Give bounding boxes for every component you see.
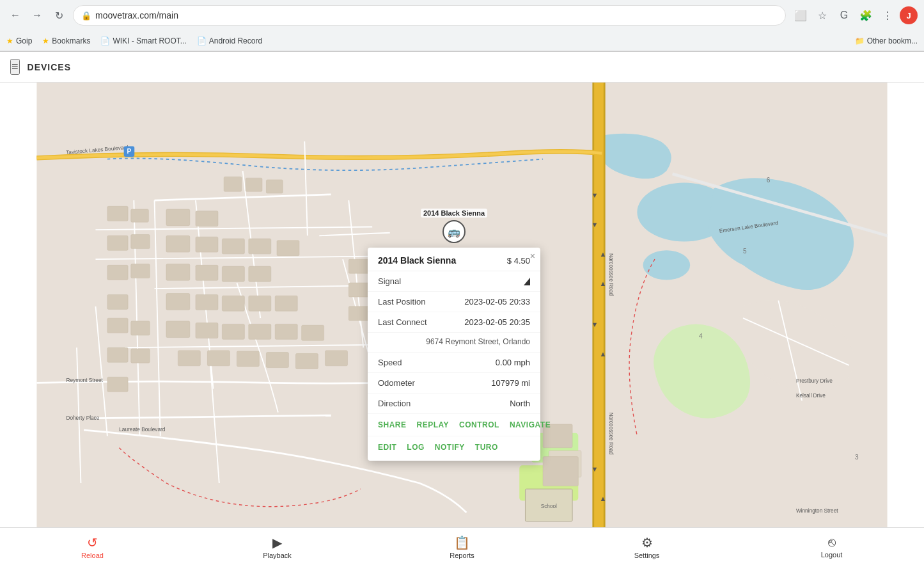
control-button[interactable]: CONTROL bbox=[459, 420, 499, 429]
settings-icon: ⚙ bbox=[641, 535, 653, 550]
bookmarks-bar: ★ Goip ★ Bookmarks 📄 WIKI - Smart ROOT..… bbox=[0, 31, 924, 51]
svg-text:Laureate Boulevard: Laureate Boulevard bbox=[119, 427, 166, 433]
svg-text:Reymont Street: Reymont Street bbox=[66, 378, 103, 383]
svg-rect-62 bbox=[302, 325, 324, 340]
svg-rect-70 bbox=[348, 283, 369, 297]
svg-text:Kelsall Drive: Kelsall Drive bbox=[796, 393, 826, 399]
app-title: DEVICES bbox=[27, 62, 71, 72]
popup-odometer-row: Odometer 107979 mi bbox=[368, 373, 540, 394]
profile-translate-button[interactable]: G bbox=[834, 6, 854, 25]
playback-button[interactable]: ▶ Playback bbox=[185, 532, 370, 562]
popup-close-button[interactable]: × bbox=[530, 251, 535, 260]
vehicle-popup: × 2014 Black Sienna $ 4.50 Signal Last P… bbox=[368, 248, 540, 461]
turo-button[interactable]: TURO bbox=[475, 443, 498, 452]
svg-rect-57 bbox=[166, 321, 190, 338]
svg-rect-34 bbox=[131, 321, 150, 335]
edit-button[interactable]: EDIT bbox=[378, 443, 396, 452]
address-bar[interactable]: 🔒 moovetrax.com/main bbox=[73, 5, 786, 26]
svg-rect-42 bbox=[266, 180, 283, 193]
notify-button[interactable]: NOTIFY bbox=[435, 443, 465, 452]
popup-vehicle-title: 2014 Black Sienna bbox=[378, 255, 456, 266]
svg-rect-52 bbox=[166, 294, 190, 310]
svg-text:▲: ▲ bbox=[600, 250, 607, 258]
popup-signal-row: Signal bbox=[368, 271, 540, 292]
hamburger-menu[interactable]: ≡ bbox=[10, 59, 20, 75]
marker-circle: 🚌 bbox=[442, 220, 466, 243]
log-button[interactable]: LOG bbox=[407, 443, 425, 452]
signal-icon bbox=[524, 278, 530, 285]
url-text: moovetrax.com/main bbox=[95, 10, 178, 20]
svg-text:▼: ▼ bbox=[591, 221, 599, 228]
popup-direction-row: Direction North bbox=[368, 394, 540, 414]
bookmark-goip-label: Goip bbox=[16, 36, 32, 45]
last-connect-value: 2023-02-05 20:35 bbox=[464, 317, 530, 327]
share-button[interactable]: SHARE bbox=[378, 420, 407, 429]
logout-icon: ⎋ bbox=[828, 535, 836, 550]
svg-rect-53 bbox=[196, 294, 218, 310]
svg-rect-63 bbox=[325, 351, 347, 366]
toolbar-icons: ⬜ ☆ G 🧩 ⋮ J bbox=[791, 6, 918, 25]
reload-button[interactable]: ↺ Reload bbox=[0, 532, 185, 562]
replay-button[interactable]: REPLAY bbox=[417, 420, 450, 429]
svg-rect-74 bbox=[543, 457, 578, 486]
svg-rect-59 bbox=[222, 324, 244, 339]
direction-label: Direction bbox=[378, 399, 411, 408]
navigate-button[interactable]: NAVIGATE bbox=[510, 420, 551, 429]
logout-button[interactable]: ⎋ Logout bbox=[739, 532, 924, 561]
svg-text:5: 5 bbox=[743, 248, 747, 255]
reload-label: Reload bbox=[81, 552, 104, 559]
bookmark-bookmarks[interactable]: ★ Bookmarks bbox=[42, 36, 90, 45]
map-area[interactable]: School ▼ ▼ ▲ ▲ ▼ ▲ ▼ ▲ Tavistock Lakes B… bbox=[0, 83, 924, 527]
svg-rect-45 bbox=[222, 239, 244, 254]
svg-rect-29 bbox=[131, 234, 150, 248]
bookmark-button[interactable]: ☆ bbox=[813, 6, 832, 25]
vehicle-marker[interactable]: 2014 Black Sienna 🚌 bbox=[442, 220, 466, 243]
svg-rect-28 bbox=[107, 235, 128, 250]
svg-text:Narcoossee Road: Narcoossee Road bbox=[608, 412, 614, 455]
svg-rect-40 bbox=[224, 177, 242, 191]
svg-text:▲: ▲ bbox=[600, 495, 607, 502]
svg-text:Winnington Street: Winnington Street bbox=[796, 508, 838, 514]
profile-button[interactable]: J bbox=[900, 6, 918, 24]
svg-rect-58 bbox=[196, 323, 218, 338]
star-icon: ★ bbox=[6, 36, 13, 45]
playback-icon: ▶ bbox=[272, 535, 282, 550]
svg-text:▲: ▲ bbox=[600, 350, 607, 358]
bookmark-goip[interactable]: ★ Goip bbox=[6, 36, 32, 45]
reload-button[interactable]: ↻ bbox=[50, 6, 68, 24]
marker-label: 2014 Black Sienna bbox=[421, 209, 487, 218]
settings-button[interactable]: ⚙ Settings bbox=[554, 532, 739, 562]
svg-text:▲: ▲ bbox=[600, 280, 607, 287]
svg-text:6: 6 bbox=[767, 177, 771, 184]
svg-point-3 bbox=[643, 250, 691, 280]
svg-text:School: School bbox=[541, 504, 557, 509]
extensions-button[interactable]: 🧩 bbox=[856, 6, 875, 25]
doc-icon: 📄 bbox=[197, 36, 207, 45]
svg-rect-65 bbox=[266, 353, 288, 368]
back-button[interactable]: ← bbox=[6, 6, 24, 24]
bookmark-wiki[interactable]: 📄 WIKI - Smart ROOT... bbox=[100, 36, 186, 45]
cast-button[interactable]: ⬜ bbox=[791, 6, 810, 25]
popup-price: $ 4.50 bbox=[507, 256, 530, 266]
other-bookmarks-label: Other bookm... bbox=[867, 36, 918, 45]
svg-rect-36 bbox=[131, 349, 150, 363]
svg-text:▼: ▼ bbox=[591, 465, 599, 473]
doc-icon: 📄 bbox=[100, 36, 110, 45]
app-header: ≡ DEVICES bbox=[0, 52, 924, 83]
svg-rect-47 bbox=[277, 241, 299, 256]
svg-rect-61 bbox=[275, 324, 297, 339]
bottom-bar: ↺ Reload ▶ Playback 📋 Reports ⚙ Settings… bbox=[0, 527, 924, 565]
popup-actions-row2: EDIT LOG NOTIFY TURO bbox=[368, 436, 540, 461]
bookmark-android[interactable]: 📄 Android Record bbox=[197, 36, 262, 45]
lock-icon: 🔒 bbox=[81, 11, 91, 20]
forward-button[interactable]: → bbox=[28, 6, 46, 24]
svg-rect-49 bbox=[196, 265, 218, 280]
svg-text:Narcoossee Road: Narcoossee Road bbox=[608, 253, 614, 296]
reports-button[interactable]: 📋 Reports bbox=[370, 532, 554, 562]
other-bookmarks[interactable]: 📁 Other bookm... bbox=[855, 36, 918, 45]
menu-dots-button[interactable]: ⋮ bbox=[878, 6, 897, 25]
direction-value: North bbox=[510, 399, 530, 408]
svg-text:Prestbury Drive: Prestbury Drive bbox=[796, 378, 833, 384]
popup-address-row: 9674 Reymont Street, Orlando bbox=[368, 333, 540, 353]
svg-rect-37 bbox=[107, 377, 128, 392]
